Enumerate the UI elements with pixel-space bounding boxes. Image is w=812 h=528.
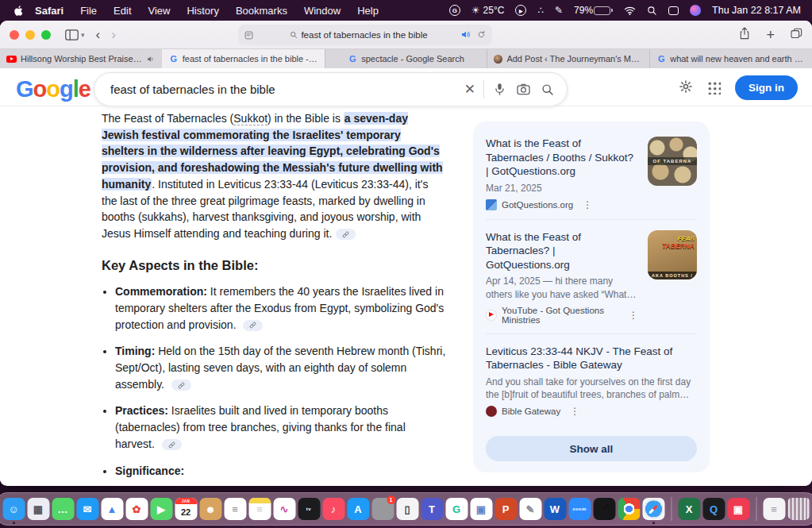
dock-item-music[interactable]: ♪ [322,494,344,524]
dock-item-maps[interactable]: ▲ [101,494,123,524]
dock-item-iphone-mirroring[interactable]: ▯ [396,494,418,524]
dock-item-calendar[interactable]: 22 [175,494,197,524]
dock-item-inshot[interactable]: ▣ [727,494,749,524]
back-button[interactable]: ‹ [96,28,101,41]
dock-item-system-settings[interactable]: 1 [371,494,394,524]
share-icon[interactable] [739,27,750,43]
sidebar-card[interactable]: Leviticus 23:33-44 NKJV - The Feast of T… [486,334,697,426]
dock-item-clock[interactable] [593,494,615,524]
messages-icon: … [52,498,74,520]
card-thumbnail[interactable]: FEASTABERNAAKA BOOTHS / [648,230,697,279]
menu-view[interactable]: View [148,5,171,17]
tab-overview-button[interactable] [791,28,802,42]
sukkot-term-link[interactable]: Sukkot [233,112,267,125]
new-tab-button[interactable]: + [766,28,775,42]
weather-status[interactable]: ☀25°C [471,5,505,16]
siri-icon[interactable] [690,5,701,16]
dock-item-quicktime[interactable]: Q [702,494,725,524]
spotlight-search-icon[interactable] [647,6,657,16]
dock-item-zoom[interactable]: zoom [568,494,591,524]
playback-status-icon[interactable]: ▶ [515,5,526,16]
menu-help[interactable]: Help [357,5,379,17]
card-thumbnail[interactable]: OF TABERNA [648,137,697,186]
google-apps-grid-icon[interactable] [707,81,721,94]
sign-in-button[interactable]: Sign in [735,75,798,100]
google-logo[interactable]: Google [16,76,90,102]
apple-logo-icon[interactable] [11,4,24,17]
g-app-icon[interactable]: G [449,5,460,16]
clear-search-icon[interactable]: ✕ [464,81,475,98]
dock-item-powerpoint[interactable]: P [495,494,517,524]
voice-search-icon[interactable] [494,83,506,96]
dock-item-apple-tv[interactable]: tv [298,494,320,524]
menu-window[interactable]: Window [304,5,341,17]
dock-item-trash[interactable] [787,494,810,524]
dock-item-reminders[interactable]: ≡ [224,494,246,524]
dock-item-mail[interactable]: ✉ [76,494,98,524]
dock-item-photo-booth[interactable]: ▣ [470,494,492,524]
menu-safari[interactable]: Safari [35,5,63,17]
google-search-box[interactable]: ✕ [94,72,568,106]
sidebar-card[interactable]: What is the Feast of Tabernacles? | GotQ… [486,220,697,334]
tab-google[interactable]: Gfeast of tabernacles in the bible - Goo… [162,49,325,68]
card-title[interactable]: Leviticus 23:33-44 NKJV - The Feast of T… [486,345,697,372]
dock-item-facetime[interactable]: ▶ [150,494,172,524]
kebab-menu-icon[interactable]: ⋮ [583,199,592,210]
dock-item-excel[interactable]: X [678,494,700,524]
menu-history[interactable]: History [187,5,218,17]
display-icon[interactable] [668,6,679,15]
kebab-menu-icon[interactable]: ⋮ [570,406,579,417]
kebab-menu-icon[interactable]: ⋮ [629,310,638,321]
reload-icon[interactable] [477,30,486,40]
dock-item-grammarly[interactable]: G [445,494,468,524]
card-title[interactable]: What is the Feast of Tabernacles? | GotQ… [486,230,638,272]
zoom-icon: zoom [568,498,591,520]
menu-clock[interactable]: Thu Jan 22 8:17 AM [712,5,801,16]
settings-gear-icon[interactable] [679,79,693,97]
dots-status-icon[interactable]: ∴ [537,5,544,16]
wifi-icon[interactable] [624,6,636,15]
citation-chip[interactable] [243,320,263,331]
lens-search-icon[interactable] [517,83,530,95]
dock-item-chrome[interactable] [618,494,640,524]
dock-item-textedit[interactable]: ✎ [519,494,541,524]
dock-item-app-store[interactable]: A [347,494,369,524]
search-input[interactable] [110,83,464,96]
card-title[interactable]: What is the Feast of Tabernacles / Booth… [486,137,638,179]
sidebar-toggle-button[interactable]: ▾ [65,29,85,40]
dock-item-photos[interactable]: ✿ [125,494,148,524]
dock-item-messages[interactable]: … [52,494,74,524]
dock-item-launchpad[interactable]: ▦ [27,494,49,524]
tab-google[interactable]: Gwhat will new heaven and earth be like … [649,49,812,68]
show-all-button[interactable]: Show all [486,436,697,461]
dock-item-finder[interactable]: ☺ [2,494,25,524]
address-bar[interactable]: feast of tabernacles in the bible [238,25,492,45]
forward-button[interactable]: › [111,28,116,41]
citation-chip[interactable] [171,380,191,391]
dock-item-notes[interactable]: ≡ [248,494,271,524]
page-settings-icon[interactable] [244,31,253,40]
menu-edit[interactable]: Edit [114,5,131,17]
zoom-window-button[interactable] [41,30,51,40]
dock-item-safari[interactable] [642,494,664,524]
tab-journeyman[interactable]: Add Post ‹ The Journeyman's Moments — W.… [487,49,649,68]
tab-youtube[interactable]: Hillsong Worship Best Praise Songs Playl… [0,49,162,68]
dock-item-teams[interactable]: T [421,494,443,524]
citation-chip[interactable] [162,439,182,450]
sidebar-card[interactable]: What is the Feast of Tabernacles / Booth… [486,126,697,220]
citation-chip[interactable] [336,229,356,240]
minimize-window-button[interactable] [25,30,35,40]
dock-item-freeform[interactable]: ∿ [273,494,295,524]
tab-google[interactable]: Gspectacle - Google Search [325,49,487,68]
menu-file[interactable]: File [80,5,97,17]
pen-status-icon[interactable]: ✎ [555,5,563,16]
tab-audio-mute-icon[interactable] [461,30,471,40]
battery-indicator[interactable]: 79% [574,5,613,16]
close-window-button[interactable] [10,30,19,40]
dock-item-word[interactable]: W [544,494,566,524]
dock-item-downloads[interactable]: ≡ [763,494,785,524]
search-submit-icon[interactable] [541,83,554,96]
dock-item-contacts[interactable]: ☻ [199,494,221,524]
tab-audio-icon[interactable] [147,56,156,63]
menu-bookmarks[interactable]: Bookmarks [236,5,287,17]
